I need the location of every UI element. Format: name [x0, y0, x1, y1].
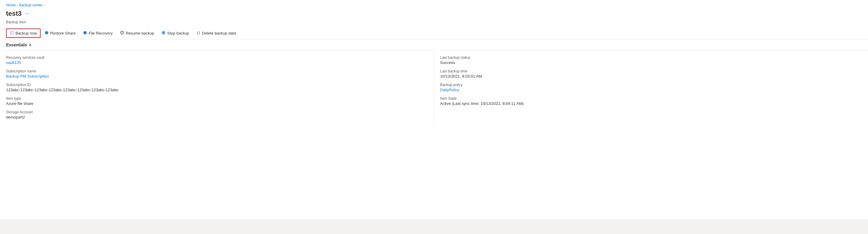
breadcrumb: Home › Backup center › — [0, 0, 868, 8]
subscription-id-value: 123abc-123abc-123abc-123abc-123abc-123ab… — [6, 88, 428, 92]
subscription-name-label: Subscription name — [6, 69, 428, 74]
last-backup-status-label: Last backup status — [440, 56, 862, 60]
toolbar: Backup now Restore Share File Recovery R… — [0, 27, 868, 39]
resume-backup-label: Resume backup — [126, 31, 154, 35]
resume-backup-icon — [120, 31, 124, 36]
stop-backup-label: Stop backup — [167, 31, 189, 35]
backup-policy-value[interactable]: DailyPolicy — [440, 88, 460, 92]
more-options-icon[interactable]: ··· — [24, 10, 30, 18]
subscription-name-row: Subscription name Backup PM Subscription — [6, 69, 428, 79]
page-subtitle: Backup Item — [0, 20, 868, 27]
resume-backup-button[interactable]: Resume backup — [117, 29, 157, 37]
item-type-value: Azure file share — [6, 101, 428, 106]
breadcrumb-home[interactable]: Home — [6, 3, 16, 7]
last-backup-status-row: Last backup status Success — [440, 56, 862, 65]
backup-now-label: Backup now — [16, 31, 37, 35]
storage-account-value: demopart2 — [6, 115, 428, 119]
stop-backup-icon — [161, 31, 166, 36]
backup-policy-row: Backup policy DailyPolicy — [440, 83, 862, 92]
delete-icon — [196, 31, 200, 36]
page-header: test3 ··· — [0, 8, 868, 20]
restore-share-icon — [44, 31, 49, 36]
page-title: test3 — [6, 10, 22, 18]
file-recovery-button[interactable]: File Recovery — [80, 29, 116, 37]
last-backup-time-row: Last backup time 10/13/2021, 8:03:01 AM — [440, 69, 862, 79]
recovery-vault-label: Recovery services vault — [6, 56, 428, 60]
subscription-id-label: Subscription ID — [6, 83, 428, 87]
essentials-right-col: Last backup status Success Last backup t… — [434, 51, 868, 124]
restore-share-button[interactable]: Restore Share — [41, 29, 79, 37]
last-backup-status-value: Success — [440, 60, 862, 65]
backup-now-button[interactable]: Backup now — [6, 29, 40, 38]
breadcrumb-sep-1: › — [17, 3, 18, 7]
item-state-value: Active (Last sync time: 10/13/2021, 8:04… — [440, 101, 862, 106]
item-type-label: Item type — [6, 96, 428, 100]
essentials-chevron-icon: ∧ — [29, 43, 31, 47]
breadcrumb-backup-center[interactable]: Backup center — [20, 3, 43, 7]
item-state-label: Item State — [440, 96, 862, 100]
delete-backup-data-button[interactable]: Delete backup data — [193, 29, 239, 37]
file-recovery-icon — [83, 31, 87, 36]
backup-now-icon — [10, 31, 14, 36]
last-backup-time-label: Last backup time — [440, 69, 862, 74]
stop-backup-button[interactable]: Stop backup — [158, 29, 192, 37]
essentials-header[interactable]: Essentials ∧ — [0, 39, 868, 51]
breadcrumb-sep-2: › — [43, 3, 45, 7]
recovery-vault-row: Recovery services vault vault125 — [6, 56, 428, 65]
storage-account-label: Storage Account — [6, 110, 428, 114]
restore-share-label: Restore Share — [50, 31, 76, 35]
delete-backup-data-label: Delete backup data — [202, 31, 236, 35]
item-state-row: Item State Active (Last sync time: 10/13… — [440, 96, 862, 106]
last-backup-time-value: 10/13/2021, 8:03:01 AM — [440, 74, 862, 79]
file-recovery-label: File Recovery — [89, 31, 113, 35]
essentials-body: Recovery services vault vault125 Subscri… — [0, 51, 868, 124]
subscription-id-row: Subscription ID 123abc-123abc-123abc-123… — [6, 83, 428, 92]
storage-account-row: Storage Account demopart2 — [6, 110, 428, 119]
backup-policy-label: Backup policy — [440, 83, 862, 87]
essentials-label: Essentials — [6, 42, 27, 47]
item-type-row: Item type Azure file share — [6, 96, 428, 106]
subscription-name-value[interactable]: Backup PM Subscription — [6, 74, 49, 79]
svg-rect-2 — [163, 32, 164, 33]
recovery-vault-value[interactable]: vault125 — [6, 60, 21, 65]
essentials-left-col: Recovery services vault vault125 Subscri… — [0, 51, 434, 124]
